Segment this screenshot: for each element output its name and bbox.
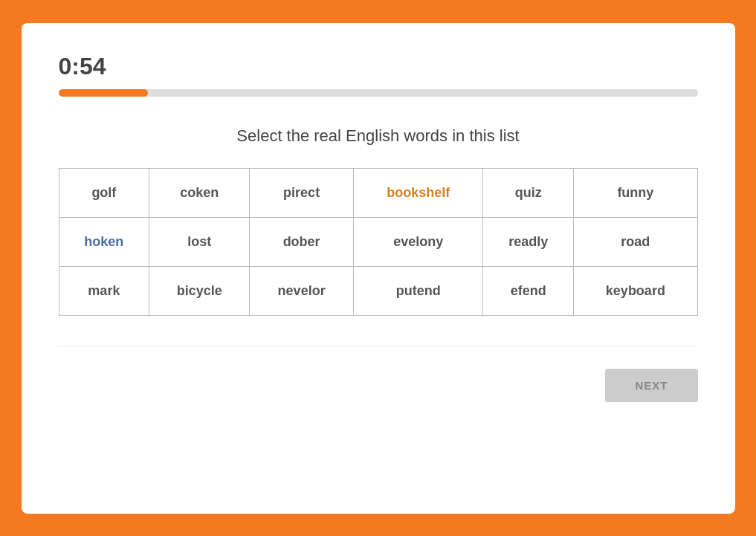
word-cell[interactable]: keyboard [574,266,697,315]
word-cell[interactable]: quiz [483,168,574,217]
next-button[interactable]: NEXT [605,369,697,402]
word-cell[interactable]: hoken [59,217,149,266]
word-cell[interactable]: evelony [354,217,483,266]
word-cell[interactable]: bicycle [149,266,250,315]
question-text: Select the real English words in this li… [59,126,698,146]
timer-display: 0:54 [59,53,698,80]
word-cell[interactable]: funny [574,168,697,217]
footer: NEXT [59,346,698,402]
word-cell[interactable]: mark [59,266,149,315]
word-cell[interactable]: bookshelf [354,168,483,217]
word-cell[interactable]: road [574,217,697,266]
word-cell[interactable]: golf [59,168,149,217]
word-cell[interactable]: dober [250,217,354,266]
word-cell[interactable]: nevelor [250,266,354,315]
progress-bar-container [59,89,698,97]
progress-bar-fill [59,89,148,97]
word-grid: golfcokenpirectbookshelfquizfunnyhokenlo… [59,168,698,316]
word-cell[interactable]: readly [483,217,574,266]
word-cell[interactable]: pirect [250,168,354,217]
word-cell[interactable]: putend [354,266,483,315]
word-cell[interactable]: coken [149,168,250,217]
word-cell[interactable]: lost [149,217,250,266]
word-cell[interactable]: efend [483,266,574,315]
main-card: 0:54 Select the real English words in th… [22,23,735,514]
